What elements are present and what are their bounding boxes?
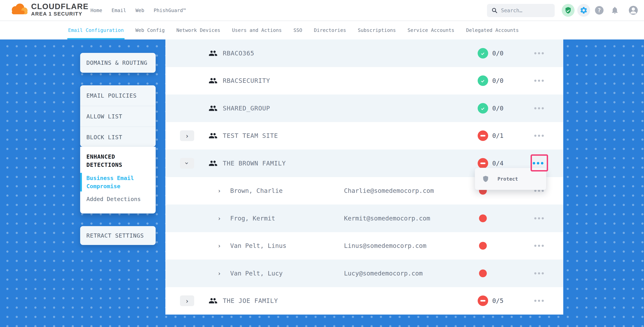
table-row-group[interactable]: RBACO365 0/0 <box>166 39 563 67</box>
group-name: THE JOE FAMILY <box>223 297 278 305</box>
member-name: Brown, Charlie <box>230 187 283 194</box>
member-email: Linus@somedemocorp.com <box>344 242 426 249</box>
table-row-member[interactable]: › Frog, Kermit Kermit@somedemocorp.com <box>166 205 563 232</box>
nav-home[interactable]: Home <box>90 7 102 13</box>
table-row-group[interactable]: › THE JOE FAMILY 0/5 <box>166 287 563 315</box>
tab-web-config[interactable]: Web Config <box>136 21 165 39</box>
group-count: 0/0 <box>492 77 504 84</box>
row-menu-button[interactable] <box>533 132 545 140</box>
group-count: 0/5 <box>492 297 504 305</box>
top-header: CLOUDFLARE AREA 1 SECURITY Home Email We… <box>0 0 644 21</box>
sidebar-item-enhanced-detections[interactable]: ENHANCED DETECTIONS <box>86 153 150 169</box>
sidebar-card-retract-settings: RETRACT SETTINGS <box>80 226 156 245</box>
sidebar-item-allow-list[interactable]: ALLOW LIST <box>80 106 156 127</box>
protection-status-button[interactable] <box>560 4 576 17</box>
nav-web[interactable]: Web <box>136 7 144 13</box>
account-icon <box>628 5 638 15</box>
table-row-group[interactable]: › TEST TEAM SITE 0/1 <box>166 122 563 150</box>
table-row-member[interactable]: › Van Pelt, Linus Linus@somedemocorp.com <box>166 232 563 260</box>
help-icon: ? <box>594 6 604 15</box>
expand-button[interactable]: › <box>180 130 194 141</box>
groups-table: RBACO365 0/0 RBACSECURITY 0/0 SHARED_GRO… <box>166 39 563 315</box>
sidebar-card-policies: EMAIL POLICIES ALLOW LIST BLOCK LIST <box>80 85 156 147</box>
chevron-right-icon[interactable]: › <box>218 242 221 249</box>
member-name: Van Pelt, Lucy <box>230 270 283 277</box>
tab-users-and-actions[interactable]: Users and Actions <box>232 21 282 39</box>
sidebar-item-retract-settings[interactable]: RETRACT SETTINGS <box>80 226 156 245</box>
notifications-button[interactable] <box>607 6 622 14</box>
group-name: SHARED_GROUP <box>223 105 270 112</box>
cloudflare-logo[interactable]: CLOUDFLARE AREA 1 SECURITY <box>9 2 89 17</box>
tab-email-configuration[interactable]: Email Configuration <box>68 21 124 39</box>
sidebar-item-business-email-compromise[interactable]: Business Email Compromise <box>86 174 150 190</box>
tab-sso[interactable]: SSO <box>294 21 302 39</box>
area1-security-app: CLOUDFLARE AREA 1 SECURITY Home Email We… <box>0 0 644 327</box>
sidebar-item-block-list[interactable]: BLOCK LIST <box>80 127 156 147</box>
search-placeholder: Search… <box>501 7 522 13</box>
group-icon <box>208 159 218 168</box>
secondary-nav: Email Configuration Web Config Network D… <box>0 21 644 39</box>
group-name: RBACSECURITY <box>223 77 270 84</box>
status-alert-badge <box>478 158 488 169</box>
account-button[interactable] <box>622 5 644 15</box>
group-count: 0/0 <box>492 49 504 57</box>
status-alert-badge <box>478 296 488 306</box>
nav-phishguard[interactable]: PhishGuard™ <box>154 7 186 13</box>
status-ok-badge <box>478 75 488 86</box>
tab-subscriptions[interactable]: Subscriptions <box>358 21 396 39</box>
menu-item-protect[interactable]: Protect <box>498 176 518 182</box>
member-email: Lucy@somedemocorp.com <box>344 270 423 277</box>
group-name: RBACO365 <box>223 49 254 57</box>
status-ok-badge <box>478 48 488 58</box>
member-name: Frog, Kermit <box>230 215 275 222</box>
group-icon <box>208 76 218 85</box>
group-count: 0/0 <box>492 105 504 112</box>
member-email: Charlie@somedemocorp.com <box>344 187 434 194</box>
nav-email[interactable]: Email <box>112 7 126 13</box>
collapse-button[interactable]: › <box>180 158 194 169</box>
cloudflare-cloud-icon <box>9 3 30 16</box>
row-menu-button[interactable] <box>533 104 545 112</box>
primary-nav: Home Email Web PhishGuard™ <box>90 0 186 20</box>
header-icons: ? <box>560 0 644 20</box>
chevron-right-icon: › <box>185 132 189 139</box>
svg-text:?: ? <box>598 7 601 13</box>
settings-button[interactable] <box>576 4 592 17</box>
row-menu-button[interactable] <box>533 242 545 250</box>
tab-directories[interactable]: Directories <box>314 21 346 39</box>
brand-name: CLOUDFLARE <box>31 2 89 11</box>
tab-delegated-accounts[interactable]: Delegated Accounts <box>466 21 519 39</box>
member-email: Kermit@somedemocorp.com <box>344 215 430 222</box>
bell-icon <box>610 6 619 14</box>
table-row-group[interactable]: RBACSECURITY 0/0 <box>166 67 563 95</box>
sidebar-card-domains-routing: DOMAINS & ROUTING <box>80 53 156 73</box>
row-menu-button[interactable] <box>533 297 545 305</box>
search-input[interactable]: Search… <box>487 4 555 17</box>
status-alert-badge <box>478 130 488 141</box>
status-alert-dot <box>479 214 487 222</box>
group-count: 0/4 <box>492 160 504 167</box>
sidebar-item-domains-routing[interactable]: DOMAINS & ROUTING <box>80 53 156 73</box>
group-name: THE BROWN FAMILY <box>223 160 286 167</box>
group-icon <box>208 296 218 305</box>
expand-button[interactable]: › <box>180 296 194 306</box>
shield-check-icon <box>564 6 572 14</box>
row-menu-button[interactable] <box>533 214 545 222</box>
row-menu-button[interactable] <box>533 270 545 277</box>
status-alert-dot <box>479 242 487 250</box>
row-menu-button[interactable] <box>533 49 545 57</box>
search-icon <box>491 7 498 14</box>
table-row-member[interactable]: › Van Pelt, Lucy Lucy@somedemocorp.com <box>166 260 563 287</box>
sidebar-item-added-detections[interactable]: Added Detections <box>86 195 150 203</box>
sidebar-card-enhanced-detections: ENHANCED DETECTIONS Business Email Compr… <box>80 147 156 214</box>
chevron-right-icon[interactable]: › <box>218 270 221 277</box>
chevron-right-icon[interactable]: › <box>218 215 221 222</box>
tab-service-accounts[interactable]: Service Accounts <box>408 21 454 39</box>
sidebar-item-email-policies[interactable]: EMAIL POLICIES <box>80 85 156 106</box>
help-button[interactable]: ? <box>592 6 607 15</box>
group-icon <box>208 49 218 58</box>
table-row-group[interactable]: SHARED_GROUP 0/0 <box>166 94 563 122</box>
tab-network-devices[interactable]: Network Devices <box>176 21 220 39</box>
row-menu-button[interactable] <box>533 77 545 85</box>
chevron-right-icon[interactable]: › <box>218 187 221 194</box>
